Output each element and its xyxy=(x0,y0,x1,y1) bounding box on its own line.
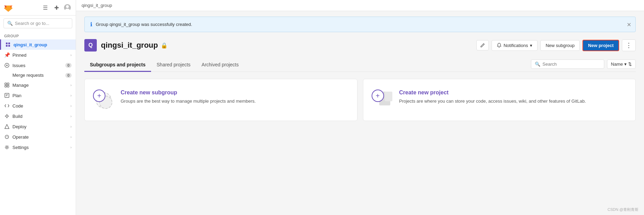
group-header-actions: Notifications ▾ New subgroup New project… xyxy=(476,39,636,51)
sort-label: Name xyxy=(611,62,623,67)
project-icon-wrap: + xyxy=(372,90,392,110)
sidebar-item-group[interactable]: qingsi_it_group xyxy=(0,39,76,50)
sidebar-top-icons: ☰ ✚ xyxy=(40,3,72,12)
sidebar-item-manage[interactable]: Manage › xyxy=(0,80,76,90)
sidebar-item-pinned[interactable]: 📌 Pinned › xyxy=(0,50,76,60)
build-chevron-icon: › xyxy=(71,114,72,118)
project-plus-button[interactable]: + xyxy=(372,90,384,102)
pinned-chevron-icon: › xyxy=(71,53,72,57)
sidebar-item-build[interactable]: Build › xyxy=(0,111,76,121)
subgroup-card-desc: Groups are the best way to manage multip… xyxy=(121,98,349,105)
footer-note: CSDN @青刚青斯 xyxy=(608,207,638,212)
top-bar: qingsi_it_group xyxy=(76,0,644,11)
edit-button[interactable] xyxy=(476,40,489,50)
svg-marker-21 xyxy=(5,124,9,129)
svg-rect-13 xyxy=(5,93,9,97)
subgroup-card-content: Create new subgroup Groups are the best … xyxy=(121,90,349,105)
svg-rect-6 xyxy=(8,45,10,47)
merge-requests-label: Merge requests xyxy=(12,73,44,78)
new-project-button[interactable]: New project xyxy=(582,40,619,51)
svg-rect-3 xyxy=(6,43,8,44)
subgroup-plus-button[interactable]: + xyxy=(93,90,105,102)
sidebar-top: ☰ ✚ xyxy=(0,0,76,16)
group-header: Q qingsi_it_group 🔒 Notifications ▾ New … xyxy=(84,39,636,52)
tab-shared-projects[interactable]: Shared projects xyxy=(151,58,196,72)
sidebar-item-issues[interactable]: Issues 0 xyxy=(0,60,76,71)
breadcrumb-group: qingsi_it_group xyxy=(82,3,112,8)
sort-direction-icon: ⇅ xyxy=(628,62,632,67)
svg-rect-12 xyxy=(7,85,9,87)
pinned-label: Pinned xyxy=(12,53,68,58)
search-input-wrap[interactable]: 🔍 xyxy=(531,59,604,69)
subgroup-card-title[interactable]: Create new subgroup xyxy=(121,90,349,96)
svg-point-16 xyxy=(6,115,8,117)
group-icon xyxy=(5,42,11,47)
settings-label: Settings xyxy=(12,145,68,150)
sidebar-toggle-icon[interactable]: ☰ xyxy=(40,3,50,12)
create-subgroup-card: + Create new subgroup Groups are the bes… xyxy=(84,79,357,121)
alert-close-button[interactable]: ✕ xyxy=(627,21,631,28)
tabs-bar: Subgroups and projects Shared projects A… xyxy=(84,58,636,72)
tab-search-area: 🔍 Name ▾ ⇅ xyxy=(531,58,636,72)
tab-subgroups-label: Subgroups and projects xyxy=(90,62,146,67)
svg-rect-5 xyxy=(6,45,8,47)
group-name: qingsi_it_group 🔒 xyxy=(101,41,168,50)
sidebar-item-operate[interactable]: Operate › xyxy=(0,132,76,142)
new-project-label: New project xyxy=(588,43,614,48)
pin-icon: 📌 xyxy=(4,52,10,58)
sort-button[interactable]: Name ▾ ⇅ xyxy=(607,59,636,69)
new-subgroup-label: New subgroup xyxy=(545,43,575,48)
project-card-content: Create new project Projects are where yo… xyxy=(399,90,627,105)
group-section-label: Group xyxy=(0,31,76,39)
svg-rect-11 xyxy=(5,85,7,87)
code-chevron-icon: › xyxy=(71,104,72,108)
sidebar-item-plan[interactable]: Plan › xyxy=(0,90,76,101)
group-item-label: qingsi_it_group xyxy=(13,42,72,47)
group-avatar: Q xyxy=(84,39,97,52)
operate-chevron-icon: › xyxy=(71,135,72,139)
issues-label: Issues xyxy=(12,63,63,68)
deploy-label: Deploy xyxy=(12,124,68,129)
user-avatar-icon[interactable] xyxy=(63,3,72,12)
search-small-icon: 🔍 xyxy=(535,62,540,67)
subgroup-icon-wrap: + xyxy=(93,90,114,110)
settings-icon xyxy=(4,144,10,150)
build-icon xyxy=(4,113,10,119)
settings-chevron-icon: › xyxy=(71,146,72,149)
code-label: Code xyxy=(12,103,68,109)
sidebar-item-code[interactable]: Code › xyxy=(0,101,76,111)
manage-icon xyxy=(4,82,10,88)
alert-info-icon: ℹ xyxy=(90,21,92,28)
tab-subgroups-projects[interactable]: Subgroups and projects xyxy=(84,58,151,72)
plan-chevron-icon: › xyxy=(71,94,72,97)
create-project-card: + Create new project Projects are where … xyxy=(363,79,636,121)
project-card-title[interactable]: Create new project xyxy=(399,90,627,96)
sidebar: ☰ ✚ 🔍 Search or go to... Group qingsi_it… xyxy=(0,0,76,215)
manage-label: Manage xyxy=(12,83,68,88)
plan-label: Plan xyxy=(12,93,68,98)
search-input[interactable] xyxy=(542,62,600,67)
create-new-icon[interactable]: ✚ xyxy=(52,3,61,12)
tab-archived-label: Archived projects xyxy=(202,62,239,67)
operate-label: Operate xyxy=(12,134,68,140)
search-label: Search or go to... xyxy=(15,21,49,26)
svg-rect-4 xyxy=(8,43,10,44)
group-name-text: qingsi_it_group xyxy=(101,41,158,50)
sort-chevron-icon: ▾ xyxy=(624,62,627,67)
merge-requests-badge: 0 xyxy=(65,73,72,78)
tab-archived-projects[interactable]: Archived projects xyxy=(196,58,244,72)
lock-icon: 🔒 xyxy=(161,42,168,49)
issues-badge: 0 xyxy=(65,63,72,68)
alert-banner: ℹ Group qingsi_it_group was successfully… xyxy=(84,17,636,32)
search-icon: 🔍 xyxy=(7,21,13,26)
sidebar-item-deploy[interactable]: Deploy › xyxy=(0,121,76,132)
gitlab-logo[interactable] xyxy=(3,3,13,12)
sidebar-item-settings[interactable]: Settings › xyxy=(0,142,76,152)
search-bar[interactable]: 🔍 Search or go to... xyxy=(3,18,72,28)
notifications-chevron-icon: ▾ xyxy=(530,43,532,48)
new-subgroup-button[interactable]: New subgroup xyxy=(540,40,580,51)
sidebar-item-merge-requests[interactable]: Merge requests 0 xyxy=(0,71,76,80)
more-actions-button[interactable]: ⋮ xyxy=(622,39,636,51)
alert-message: Group qingsi_it_group was successfully c… xyxy=(96,22,630,27)
notifications-button[interactable]: Notifications ▾ xyxy=(492,40,538,51)
